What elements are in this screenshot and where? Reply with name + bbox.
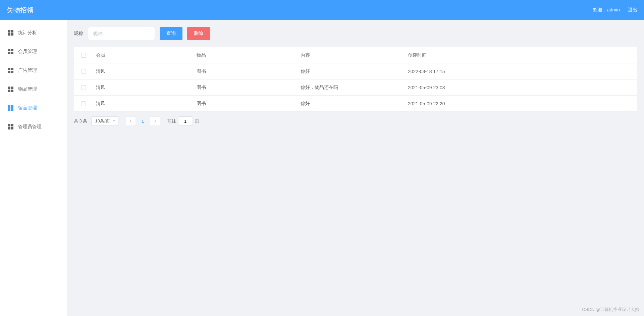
grid-icon — [8, 49, 13, 54]
cell-member: 清风 — [93, 85, 197, 91]
sidebar-item-label: 广告管理 — [18, 67, 37, 73]
svg-rect-7 — [11, 52, 13, 54]
grid-icon — [8, 124, 13, 129]
jump-prefix: 前往 — [167, 118, 176, 124]
cell-member: 清风 — [93, 101, 197, 107]
svg-rect-18 — [8, 108, 10, 111]
svg-rect-17 — [11, 105, 13, 108]
sidebar-item-label: 管理员管理 — [18, 124, 42, 130]
svg-rect-6 — [8, 52, 10, 54]
table-header-row: 会员 物品 内容 创建时间 — [74, 47, 637, 63]
svg-rect-23 — [11, 127, 13, 129]
header-time: 创建时间 — [408, 52, 637, 58]
layout: 统计分析 会员管理 广告管理 物品管理 留言管理 — [0, 20, 644, 316]
sidebar-item-message[interactable]: 留言管理 — [0, 99, 67, 117]
jump-suffix: 页 — [195, 118, 199, 124]
table-row: 清风 图书 你好 2022-03-18 17:15 — [74, 63, 637, 80]
sidebar-item-goods[interactable]: 物品管理 — [0, 80, 67, 99]
prev-page-button[interactable] — [126, 116, 136, 126]
table-row: 清风 图书 你好，物品还在吗 2021-05-09 23:03 — [74, 80, 637, 96]
data-table: 会员 物品 内容 创建时间 清风 图书 你好 2022-03-18 17:15 … — [74, 47, 637, 112]
logout-link[interactable]: 退出 — [628, 7, 637, 13]
cell-time: 2022-03-18 17:15 — [408, 69, 637, 74]
sidebar-item-label: 统计分析 — [18, 30, 37, 36]
row-checkbox[interactable] — [81, 101, 86, 106]
sidebar-item-label: 会员管理 — [18, 49, 37, 55]
toolbar: 昵称 查询 删除 — [74, 27, 637, 40]
grid-icon — [8, 87, 13, 92]
svg-rect-13 — [11, 87, 13, 89]
svg-rect-4 — [8, 49, 10, 51]
cell-time: 2021-05-09 23:03 — [408, 85, 637, 90]
chevron-left-icon — [129, 119, 132, 123]
sidebar-item-stats[interactable]: 统计分析 — [0, 23, 67, 42]
row-checkbox-cell — [74, 85, 93, 90]
table-row: 清风 图书 你好 2021-05-09 22:20 — [74, 96, 637, 112]
header-item: 物品 — [197, 52, 301, 58]
sidebar-item-admin[interactable]: 管理员管理 — [0, 117, 67, 136]
cell-content: 你好 — [301, 68, 408, 74]
row-checkbox[interactable] — [81, 69, 86, 74]
svg-rect-11 — [11, 71, 13, 73]
cell-item: 图书 — [197, 85, 301, 91]
nickname-label: 昵称 — [74, 31, 83, 37]
sidebar-item-member[interactable]: 会员管理 — [0, 42, 67, 61]
select-all-checkbox[interactable] — [81, 53, 86, 58]
cell-time: 2021-05-09 22:20 — [408, 101, 637, 106]
page-number[interactable]: 1 — [138, 116, 148, 126]
svg-rect-10 — [8, 71, 10, 73]
sidebar-item-label: 留言管理 — [18, 105, 37, 111]
svg-rect-8 — [8, 68, 10, 70]
next-page-button[interactable] — [150, 116, 160, 126]
sidebar: 统计分析 会员管理 广告管理 物品管理 留言管理 — [0, 20, 67, 316]
cell-item: 图书 — [197, 68, 301, 74]
svg-rect-19 — [11, 108, 13, 111]
chevron-right-icon — [153, 119, 157, 123]
delete-button[interactable]: 删除 — [187, 27, 210, 40]
page-jump: 前往 页 — [167, 116, 199, 126]
sidebar-item-ad[interactable]: 广告管理 — [0, 61, 67, 80]
header-content: 内容 — [301, 52, 408, 58]
svg-rect-14 — [8, 90, 10, 92]
welcome-text: 欢迎，admin — [593, 7, 620, 13]
grid-icon — [8, 68, 13, 73]
row-checkbox[interactable] — [81, 85, 86, 90]
app-header: 失物招领 欢迎，admin 退出 — [0, 0, 644, 20]
svg-rect-1 — [11, 30, 13, 33]
header-checkbox-cell — [74, 53, 93, 58]
svg-rect-0 — [8, 30, 10, 33]
table-body: 清风 图书 你好 2022-03-18 17:15 清风 图书 你好，物品还在吗… — [74, 63, 637, 112]
pagination: 共 3 条 10条/页 1 前往 页 — [74, 116, 637, 126]
svg-rect-15 — [11, 90, 13, 92]
row-checkbox-cell — [74, 69, 93, 74]
svg-rect-22 — [8, 127, 10, 129]
page-total: 共 3 条 — [74, 118, 87, 124]
row-checkbox-cell — [74, 101, 93, 106]
svg-rect-16 — [8, 105, 10, 108]
svg-rect-12 — [8, 87, 10, 89]
cell-item: 图书 — [197, 101, 301, 107]
svg-rect-5 — [11, 49, 13, 51]
page-size-select[interactable]: 10条/页 — [91, 116, 118, 126]
main-content: 昵称 查询 删除 会员 物品 内容 创建时间 清风 图书 你好 — [67, 20, 644, 316]
svg-rect-9 — [11, 68, 13, 70]
grid-icon — [8, 30, 13, 36]
pager: 1 — [126, 116, 160, 126]
search-button[interactable]: 查询 — [160, 27, 182, 40]
svg-rect-3 — [11, 33, 13, 36]
svg-rect-2 — [8, 33, 10, 36]
sidebar-item-label: 物品管理 — [18, 86, 37, 92]
header-member: 会员 — [93, 52, 197, 58]
cell-member: 清风 — [93, 68, 197, 74]
cell-content: 你好，物品还在吗 — [301, 85, 408, 91]
app-title: 失物招领 — [7, 6, 34, 15]
grid-icon — [8, 105, 13, 111]
svg-rect-20 — [8, 124, 10, 126]
page-size-value: 10条/页 — [95, 118, 110, 124]
page-jump-input[interactable] — [178, 116, 193, 126]
nickname-input[interactable] — [88, 27, 155, 40]
cell-content: 你好 — [301, 101, 408, 107]
header-right: 欢迎，admin 退出 — [593, 7, 637, 13]
svg-rect-21 — [11, 124, 13, 126]
